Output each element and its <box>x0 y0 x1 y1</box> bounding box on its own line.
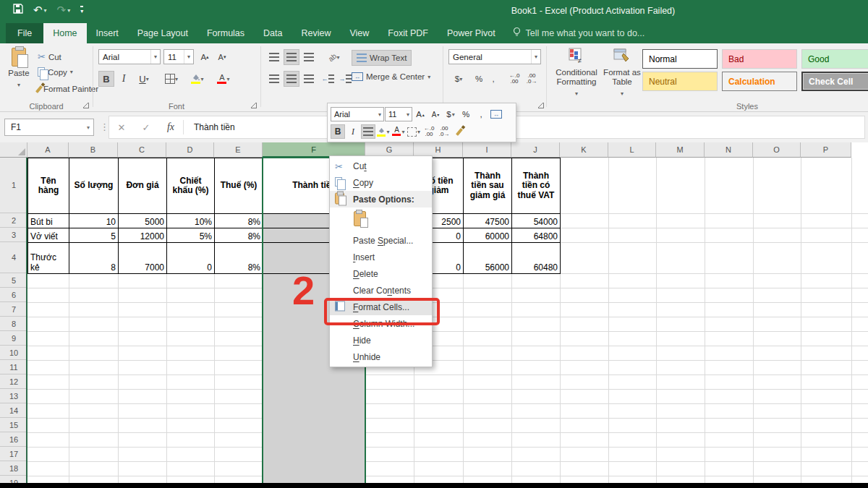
row-header-17[interactable]: 17 <box>0 447 27 461</box>
cell-J1[interactable]: Thành tiền có thuế VAT <box>511 158 561 214</box>
merge-center-button[interactable]: ↔Merge & Center▾ <box>352 72 430 81</box>
column-header-e[interactable]: E <box>214 142 263 158</box>
conditional-formatting-button[interactable]: ≠ Conditional Formatting ▾ <box>551 48 602 98</box>
row-header-3[interactable]: 3 <box>0 228 27 242</box>
mini-font-size-combo[interactable]: 11▾ <box>385 107 412 121</box>
number-dialog-launcher-icon[interactable] <box>538 103 544 108</box>
borders-button[interactable]: ▾ <box>161 71 182 87</box>
tab-power-pivot[interactable]: Power Pivot <box>438 23 505 43</box>
column-header-i[interactable]: I <box>463 142 511 158</box>
clipboard-dialog-launcher-icon[interactable] <box>83 103 89 108</box>
tab-foxit-pdf[interactable]: Foxit PDF <box>378 23 438 43</box>
cell-C4[interactable]: 7000 <box>118 242 167 274</box>
underline-button[interactable]: U▾ <box>133 71 155 87</box>
mini-increase-decimal-button[interactable]: ←.0.00 <box>422 124 436 139</box>
column-header-o[interactable]: O <box>753 142 801 158</box>
style-neutral[interactable]: Neutral <box>642 72 718 91</box>
align-right-button[interactable] <box>301 71 317 87</box>
row-header-16[interactable]: 16 <box>0 432 27 447</box>
paste-option-button[interactable] <box>330 207 432 232</box>
cell-E2[interactable]: 8% <box>214 213 263 228</box>
cell-I3[interactable]: 60000 <box>463 228 512 243</box>
mini-increase-font-button[interactable]: A▴ <box>413 107 427 121</box>
cell-C3[interactable]: 12000 <box>118 228 167 243</box>
font-size-combo[interactable]: 11▾ <box>163 49 194 64</box>
style-normal[interactable]: Normal <box>642 49 718 69</box>
tab-home[interactable]: Home <box>43 23 86 43</box>
bold-button[interactable]: B <box>98 71 114 87</box>
name-box[interactable]: F1▾ <box>4 119 94 136</box>
column-header-k[interactable]: K <box>560 142 608 158</box>
cell-D3[interactable]: 5% <box>166 228 215 243</box>
column-header-a[interactable]: A <box>27 142 69 158</box>
menu-item-paste-special[interactable]: Paste Special... <box>330 232 432 249</box>
middle-align-button[interactable] <box>284 49 299 65</box>
cell-D4[interactable]: 0 <box>166 242 215 274</box>
row-header-1[interactable]: 1 <box>0 158 27 213</box>
cell-C2[interactable]: 5000 <box>118 213 167 228</box>
row-header-12[interactable]: 12 <box>0 374 27 389</box>
font-name-combo[interactable]: Arial▾ <box>98 49 161 64</box>
cell-I4[interactable]: 56000 <box>463 242 512 274</box>
mini-font-name-combo[interactable]: Arial▾ <box>331 107 384 121</box>
mini-font-color-button[interactable]: A▾ <box>391 124 406 139</box>
row-header-18[interactable]: 18 <box>0 461 27 476</box>
row-header-15[interactable]: 15 <box>0 418 27 432</box>
insert-function-icon[interactable]: fx <box>158 121 183 133</box>
style-calculation[interactable]: Calculation <box>722 72 797 91</box>
align-center-button[interactable] <box>284 71 299 87</box>
cell-A3[interactable]: Vở viết <box>27 228 69 243</box>
top-align-button[interactable] <box>266 49 282 65</box>
paste-button[interactable]: Paste ▾ <box>4 48 33 90</box>
mini-fill-color-button[interactable]: ▾ <box>376 124 391 139</box>
format-painter-button[interactable]: Format Painter <box>38 85 98 93</box>
decrease-font-size-button[interactable]: A▾ <box>214 49 230 65</box>
row-header-13[interactable]: 13 <box>0 389 27 403</box>
redo-button[interactable]: ↷▾ <box>57 4 71 17</box>
column-header-j[interactable]: J <box>511 142 560 158</box>
column-header-m[interactable]: M <box>656 142 705 158</box>
menu-item-unhide[interactable]: Unhide <box>330 348 432 365</box>
cell-J4[interactable]: 60480 <box>511 242 561 274</box>
undo-button[interactable]: ↶▾ <box>33 4 47 17</box>
column-header-n[interactable]: N <box>705 142 753 158</box>
cancel-icon[interactable]: ✕ <box>109 122 134 133</box>
cell-I1[interactable]: Thành tiền sau giảm giá <box>463 158 512 214</box>
row-header-4[interactable]: 4 <box>0 242 27 273</box>
cell-B1[interactable]: Số lượng <box>69 158 119 214</box>
increase-decimal-button[interactable]: ←.0.00 <box>506 71 522 87</box>
menu-item-hide[interactable]: Hide <box>330 332 432 348</box>
tab-data[interactable]: Data <box>254 23 292 43</box>
cell-B2[interactable]: 10 <box>69 213 119 228</box>
cell-C1[interactable]: Đơn giá <box>118 158 167 214</box>
row-header-6[interactable]: 6 <box>0 288 27 302</box>
mini-bold-button[interactable]: B <box>331 124 345 139</box>
tab-file[interactable]: File <box>6 23 43 43</box>
bottom-align-button[interactable] <box>301 49 317 65</box>
row-header-5[interactable]: 5 <box>0 273 27 288</box>
row-header-11[interactable]: 11 <box>0 360 27 374</box>
row-header-9[interactable]: 9 <box>0 331 27 346</box>
column-header-p[interactable]: P <box>801 142 851 158</box>
row-header-14[interactable]: 14 <box>0 403 27 418</box>
cell-J2[interactable]: 54000 <box>511 213 561 228</box>
cell-A1[interactable]: Tên hàng <box>27 158 69 214</box>
column-header-l[interactable]: L <box>608 142 656 158</box>
italic-button[interactable]: I <box>116 71 132 87</box>
row-header-7[interactable]: 7 <box>0 302 27 317</box>
percent-format-button[interactable]: % <box>472 71 486 87</box>
enter-icon[interactable]: ✓ <box>134 122 158 133</box>
cell-I2[interactable]: 47500 <box>463 213 512 228</box>
menu-item-column-width[interactable]: Column Width... <box>330 315 432 332</box>
style-bad[interactable]: Bad <box>722 49 797 69</box>
copy-button[interactable]: Copy ▾ <box>38 67 73 77</box>
tab-review[interactable]: Review <box>292 23 340 43</box>
select-all-corner[interactable] <box>0 142 27 158</box>
style-good[interactable]: Good <box>801 49 868 69</box>
row-header-2[interactable]: 2 <box>0 213 27 228</box>
mini-currency-button[interactable]: $▾ <box>443 107 458 121</box>
menu-item-copy[interactable]: Copy <box>330 174 432 191</box>
cell-B4[interactable]: 8 <box>69 242 119 274</box>
cell-E3[interactable]: 8% <box>214 228 263 243</box>
mini-merge-button[interactable]: ↔ <box>489 107 503 121</box>
